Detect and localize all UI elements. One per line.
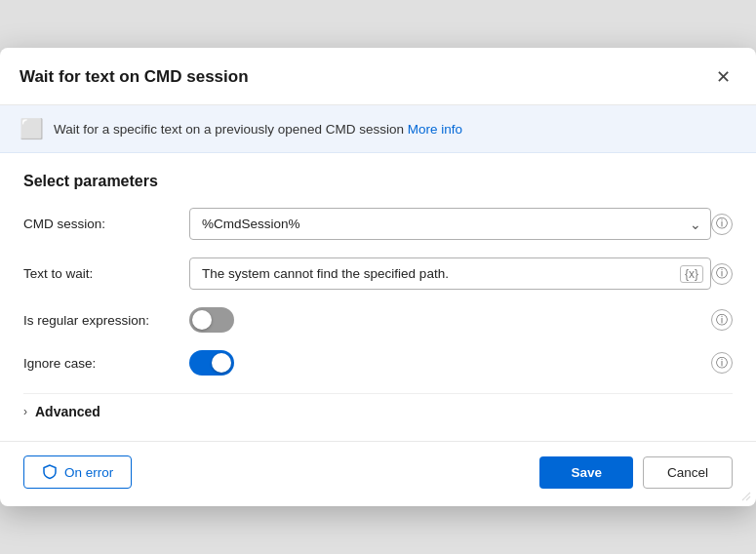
close-button[interactable]: ✕ xyxy=(709,63,736,91)
svg-line-1 xyxy=(746,496,750,500)
is-regex-toggle[interactable] xyxy=(189,307,234,333)
dialog: Wait for text on CMD session ✕ ⬜ Wait fo… xyxy=(0,48,756,506)
advanced-label: Advanced xyxy=(35,404,100,419)
is-regex-info-icon[interactable]: ⓘ xyxy=(711,309,733,331)
ignore-case-track xyxy=(189,350,234,376)
svg-line-0 xyxy=(742,493,750,500)
ignore-case-toggle[interactable] xyxy=(189,350,234,376)
content: Select parameters CMD session: %CmdSessi… xyxy=(0,153,756,435)
cancel-button[interactable]: Cancel xyxy=(643,456,733,489)
text-to-wait-control: {x} xyxy=(189,257,711,290)
footer: On error Save Cancel xyxy=(0,441,756,506)
resize-handle[interactable] xyxy=(740,491,752,502)
text-to-wait-info-icon[interactable]: ⓘ xyxy=(711,263,733,285)
section-title: Select parameters xyxy=(23,173,733,190)
dialog-title: Wait for text on CMD session xyxy=(20,67,249,87)
text-to-wait-input-wrapper: {x} xyxy=(189,257,711,290)
footer-actions: Save Cancel xyxy=(539,456,733,489)
variable-badge: {x} xyxy=(680,265,703,283)
is-regex-row: Is regular expression: ⓘ xyxy=(23,307,733,333)
ignore-case-info-icon[interactable]: ⓘ xyxy=(711,352,733,374)
text-to-wait-label: Text to wait: xyxy=(23,266,189,281)
banner-icon: ⬜ xyxy=(20,117,44,140)
cmd-session-control: %CmdSession% ⌄ xyxy=(189,208,711,240)
advanced-chevron-icon: › xyxy=(23,405,27,418)
info-banner: ⬜ Wait for a specific text on a previous… xyxy=(0,105,756,153)
cmd-session-select[interactable]: %CmdSession% xyxy=(189,208,711,240)
ignore-case-label: Ignore case: xyxy=(23,356,189,371)
ignore-case-control xyxy=(189,350,711,376)
on-error-label: On error xyxy=(64,465,113,480)
cmd-session-label: CMD session: xyxy=(23,217,189,231)
is-regex-track xyxy=(189,307,234,333)
advanced-row[interactable]: › Advanced xyxy=(23,393,733,425)
cmd-session-select-wrapper: %CmdSession% ⌄ xyxy=(189,208,711,240)
is-regex-thumb xyxy=(192,310,212,330)
is-regex-control xyxy=(189,307,711,333)
on-error-button[interactable]: On error xyxy=(23,455,132,489)
is-regex-label: Is regular expression: xyxy=(23,313,189,328)
title-bar: Wait for text on CMD session ✕ xyxy=(0,48,756,105)
cmd-session-info-icon[interactable]: ⓘ xyxy=(711,214,733,235)
text-to-wait-row: Text to wait: {x} ⓘ xyxy=(23,257,733,290)
banner-text: Wait for a specific text on a previously… xyxy=(54,122,462,137)
shield-icon xyxy=(42,464,58,480)
cmd-session-row: CMD session: %CmdSession% ⌄ ⓘ xyxy=(23,208,733,240)
text-to-wait-input[interactable] xyxy=(189,257,711,290)
more-info-link[interactable]: More info xyxy=(408,122,462,137)
ignore-case-thumb xyxy=(212,353,231,373)
save-button[interactable]: Save xyxy=(539,456,633,489)
ignore-case-row: Ignore case: ⓘ xyxy=(23,350,733,376)
